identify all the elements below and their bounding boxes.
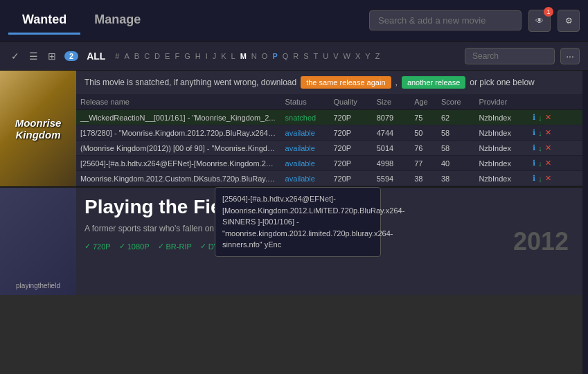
delete-icon[interactable]: ✕ [545,128,551,137]
same-release-button[interactable]: the same release again [301,76,391,89]
letter-n[interactable]: N [250,51,258,61]
search-input[interactable] [465,48,555,64]
release-status: available [281,141,330,156]
table-row: [25604]-[#a.b.hdtv.x264@EFNet]-[Moonrise… [76,156,582,171]
letter-k[interactable]: K [220,51,227,61]
release-status: available [281,171,330,186]
nav-tabs: Wanted Manage [8,7,154,35]
letter-p[interactable]: P [271,51,278,61]
check-icon[interactable]: ✓ [8,49,22,63]
snatched-banner: This movie is snatched, if anything went… [76,71,582,94]
release-age: 75 [410,110,437,125]
check-1080p: ✓ [119,242,125,251]
release-provider: NzbIndex [474,110,528,125]
grid-icon[interactable]: ⊞ [45,49,59,63]
release-actions: ℹ ↓ ✕ [528,156,582,171]
download-icon[interactable]: ↓ [538,114,542,122]
col-header-score: Score [437,94,474,110]
header-icons: 👁 1 ⚙ [528,10,580,32]
release-score: 62 [437,110,474,125]
letter-filter: # A B C D E F G H I J K L M N O P Q R S … [114,51,381,61]
letter-w[interactable]: W [342,51,352,61]
letter-z[interactable]: Z [374,51,382,61]
letter-m[interactable]: M [239,51,248,61]
info-icon[interactable]: ℹ [533,174,535,183]
letter-s[interactable]: S [302,51,310,61]
delete-icon[interactable]: ✕ [545,113,551,122]
another-release-button[interactable]: another release [402,76,465,89]
settings-button[interactable]: ⚙ [558,10,580,32]
release-size: 4744 [373,125,410,141]
letter-i[interactable]: I [204,51,209,61]
release-score: 58 [437,141,474,156]
letter-o[interactable]: O [260,51,269,61]
release-age: 77 [410,156,437,171]
check-720p: ✓ [84,242,91,251]
table-row: __WickedReactioN__[001/161] - "Moonrise_… [76,110,582,125]
header: Wanted Manage 👁 1 ⚙ [0,0,588,42]
download-icon[interactable]: ↓ [538,129,542,137]
letter-t[interactable]: T [312,51,320,61]
table-row: Moonrise.Kingdom.2012.Custom.DKsubs.720p… [76,171,582,186]
more-button[interactable]: ··· [560,48,580,64]
delete-icon[interactable]: ✕ [545,159,551,168]
letter-l[interactable]: L [230,51,237,61]
info-icon[interactable]: ℹ [533,113,535,122]
release-status: available [281,125,330,141]
letter-j[interactable]: J [211,51,218,61]
letter-hash[interactable]: # [114,51,121,61]
letter-v[interactable]: V [332,51,339,61]
info-icon[interactable]: ℹ [533,128,535,137]
delete-icon[interactable]: ✕ [545,174,551,183]
letter-u[interactable]: U [321,51,330,61]
tab-wanted[interactable]: Wanted [8,7,80,35]
col-header-actions [528,94,582,110]
release-name: Moonrise.Kingdom.2012.Custom.DKsubs.720p… [76,171,281,186]
list-icon[interactable]: ☰ [26,49,41,63]
letter-c[interactable]: C [143,51,151,61]
eye-badge: 1 [544,7,553,17]
letter-f[interactable]: F [173,51,181,61]
release-age: 38 [410,171,437,186]
info-icon[interactable]: ℹ [533,159,535,168]
download-icon[interactable]: ↓ [538,175,542,183]
release-name: __WickedReactioN__[001/161] - "Moonrise_… [76,110,281,125]
letter-g[interactable]: G [183,51,192,61]
releases-table: Release name Status Quality Size Age Sco… [76,94,582,186]
letter-x[interactable]: X [354,51,362,61]
download-icon[interactable]: ↓ [538,144,542,152]
letter-a[interactable]: A [123,51,130,61]
col-header-quality: Quality [330,94,373,110]
release-actions: ℹ ↓ ✕ [528,141,582,156]
eye-button[interactable]: 👁 1 [528,10,551,32]
release-status: snatched [281,110,330,125]
release-quality: 720P [330,125,373,141]
search-add-input[interactable] [369,10,522,30]
col-header-age: Age [410,94,437,110]
download-icon[interactable]: ↓ [538,159,542,168]
release-provider: NzbIndex [474,125,528,141]
info-icon[interactable]: ℹ [533,143,535,152]
release-actions: ℹ ↓ ✕ [528,171,582,186]
release-quality: 720P [330,110,373,125]
letter-q[interactable]: Q [281,51,290,61]
tooltip-popup: [25604]-[#a.b.hdtv.x264@EFNet]-[Moonrise… [215,187,381,257]
playing-year: 2012 [499,188,582,295]
scrollbar[interactable] [582,71,588,374]
tag-brrip: ✓ BR-RIP [158,242,192,251]
letter-r[interactable]: R [292,51,300,61]
banner-text: This movie is snatched, if anything went… [84,78,296,87]
letter-h[interactable]: H [194,51,202,61]
poster-playing-text: playingthefield [16,282,60,290]
tab-manage[interactable]: Manage [80,7,154,35]
letter-d[interactable]: D [153,51,161,61]
release-score: 40 [437,156,474,171]
poster-title-1: Moonrise [15,117,62,129]
letter-e[interactable]: E [163,51,171,61]
count-badge: 2 [64,51,78,61]
letter-b[interactable]: B [133,51,141,61]
delete-icon[interactable]: ✕ [545,143,551,152]
letter-y[interactable]: Y [364,51,371,61]
table-row: [178/280] - "Moonrise.Kingdom.2012.720p.… [76,125,582,141]
release-quality: 720P [330,156,373,171]
